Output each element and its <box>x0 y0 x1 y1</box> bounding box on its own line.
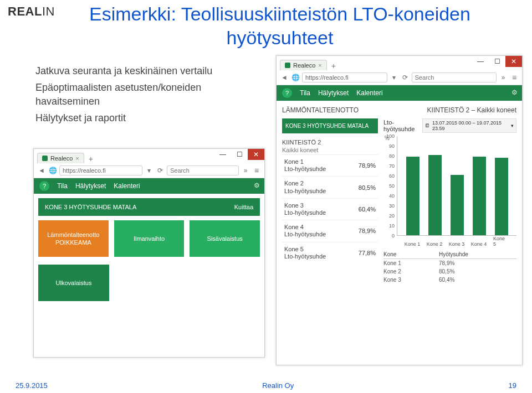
y-tick: 60 <box>389 173 395 179</box>
dropdown-icon[interactable]: ▾ <box>390 73 398 82</box>
list-item[interactable]: Kone 4Lto-hyötysuhde78,9% <box>282 220 378 241</box>
tile-label: Sisävalaistus <box>207 235 243 242</box>
more-icon[interactable]: » <box>499 73 508 82</box>
tab-label: Realeco <box>293 62 315 69</box>
globe-icon: 🌐 <box>291 73 300 82</box>
bar-chart: % 0102030405060708090100 Kone 1Kone 2Kon… <box>383 136 516 247</box>
group-sub: Kaikki koneet <box>282 147 378 154</box>
y-tick: 90 <box>389 143 395 149</box>
list-item[interactable]: Kone 1Lto-hyötysuhde78,9% <box>282 154 378 176</box>
reload-icon[interactable]: ⟳ <box>401 73 410 82</box>
y-tick: 20 <box>389 213 395 219</box>
tile-sisavalaistus[interactable]: Sisävalaistus <box>190 220 260 257</box>
summary-table: Kone Hyötysuhde Kone 178,9%Kone 280,5%Ko… <box>383 250 516 284</box>
x-tick: Kone 4 <box>471 241 487 247</box>
nav-tila[interactable]: Tila <box>57 182 68 190</box>
tile-row: Lämmöntalteenotto POIKKEAMA Ilmanvaihto … <box>34 220 264 257</box>
url-input[interactable] <box>302 73 387 82</box>
favicon-icon <box>42 156 48 161</box>
bullet-list: Jatkuva seuranta ja keskinäinen vertailu… <box>35 64 263 128</box>
x-tick: Kone 2 <box>427 241 443 247</box>
list-item[interactable]: Kone 3Lto-hyötysuhde60,4% <box>282 198 378 220</box>
new-tab-button[interactable]: + <box>331 61 336 70</box>
close-window-icon[interactable]: ✕ <box>505 56 522 67</box>
new-tab-button[interactable]: + <box>89 154 93 163</box>
maximize-icon[interactable]: ☐ <box>489 56 505 67</box>
chart-bar <box>495 158 508 235</box>
back-icon[interactable]: ◄ <box>280 73 289 82</box>
tile-ilmanvaihto[interactable]: Ilmanvaihto <box>114 220 185 257</box>
chart-title: Lto-hyötysuhde <box>383 119 422 132</box>
row-name: Kone 2Lto-hyötysuhde <box>284 180 326 194</box>
chart-bar <box>428 155 442 235</box>
menu-icon[interactable]: ≡ <box>252 166 261 175</box>
app-navbar: ? Tila Hälytykset Kalenteri ⚙ <box>277 85 522 101</box>
table-row: Kone 360,4% <box>383 276 516 284</box>
close-icon[interactable]: × <box>318 62 321 69</box>
tile-label: Lämmöntalteenotto <box>47 231 99 239</box>
chart-bar <box>406 157 420 235</box>
settings-icon[interactable]: ⚙ <box>254 182 260 189</box>
browser-tab[interactable]: Realeco × <box>37 153 84 163</box>
row-name: Kone 3Lto-hyötysuhde <box>284 202 326 216</box>
table-row: Kone 280,5% <box>383 267 516 276</box>
nav-tila[interactable]: Tila <box>300 89 310 97</box>
maximize-icon[interactable]: ☐ <box>231 149 248 160</box>
right-panel: Lto-hyötysuhde 🗓 13.07.2015 00.00 – 19.0… <box>383 118 516 378</box>
reload-icon[interactable]: ⟳ <box>156 166 165 175</box>
chevron-down-icon: ▾ <box>511 123 514 128</box>
alert-pill[interactable]: KONE 3 HYÖTYSUHDE MATALA <box>282 118 378 133</box>
browser-window-large: Realeco × + — ☐ ✕ ◄ 🌐 ▾ ⟳ » ≡ ? Tila Häl… <box>276 55 523 365</box>
window-titlebar: Realeco × + — ☐ ✕ <box>277 56 522 70</box>
bullet-item: Epäoptimaalisten asetusten/koneiden hava… <box>35 81 263 108</box>
back-icon[interactable]: ◄ <box>37 166 46 175</box>
address-bar: ◄ 🌐 ▾ ⟳ » ≡ <box>277 70 522 85</box>
ack-button[interactable]: Kuittaa <box>234 204 253 210</box>
url-input[interactable] <box>59 166 142 175</box>
x-tick: Kone 5 <box>493 236 509 247</box>
address-bar: ◄ 🌐 ▾ ⟳ » ≡ <box>34 163 264 178</box>
left-panel: KONE 3 HYÖTYSUHDE MATALA KIINTEISTÖ 2 Ka… <box>282 118 378 378</box>
browser-tab[interactable]: Realeco × <box>280 60 327 70</box>
search-input[interactable] <box>167 166 239 175</box>
nav-kalenteri[interactable]: Kalenteri <box>356 89 382 97</box>
row-value: 78,9% <box>359 162 376 169</box>
y-tick: 80 <box>389 153 395 159</box>
alert-banner: KONE 3 HYÖTYSUHDE MATALA Kuittaa <box>38 198 260 216</box>
list-item[interactable]: Kone 5Lto-hyötysuhde77,8% <box>282 242 378 263</box>
slide-footer: 25.9.2015 Realin Oy 19 <box>0 381 532 390</box>
date-range-picker[interactable]: 🗓 13.07.2015 00.00 – 19.07.2015 23.59 ▾ <box>422 118 516 133</box>
settings-icon[interactable]: ⚙ <box>511 89 518 96</box>
more-icon[interactable]: » <box>241 166 250 175</box>
chart-bar <box>451 175 464 235</box>
window-titlebar: Realeco × + — ☐ ✕ <box>34 149 264 163</box>
y-tick: 70 <box>389 163 395 169</box>
list-item[interactable]: Kone 2Lto-hyötysuhde80,5% <box>282 176 378 198</box>
y-tick: 0 <box>392 233 395 239</box>
footer-center: Realin Oy <box>262 381 294 390</box>
close-window-icon[interactable]: ✕ <box>248 149 264 160</box>
row-value: 80,5% <box>359 184 376 191</box>
tile-label: Ilmanvaihto <box>134 235 165 242</box>
tile-ulkovalaistus[interactable]: Ulkovalaistus <box>38 265 109 301</box>
nav-halytykset[interactable]: Hälytykset <box>318 89 349 97</box>
alert-text: KONE 3 HYÖTYSUHDE MATALA <box>45 204 136 210</box>
close-icon[interactable]: × <box>75 155 79 162</box>
row-value: 60,4% <box>359 206 376 213</box>
calendar-icon: 🗓 <box>425 123 430 128</box>
table-row: Kone 178,9% <box>383 259 516 267</box>
y-tick: 30 <box>389 203 395 209</box>
search-input[interactable] <box>412 73 497 82</box>
minimize-icon[interactable]: — <box>214 149 231 160</box>
col-header: Kone <box>383 251 417 257</box>
nav-halytykset[interactable]: Hälytykset <box>75 182 106 190</box>
bullet-item: Jatkuva seuranta ja keskinäinen vertailu <box>35 64 263 77</box>
nav-kalenteri[interactable]: Kalenteri <box>114 182 140 190</box>
minimize-icon[interactable]: — <box>472 56 489 67</box>
x-tick: Kone 3 <box>449 241 465 247</box>
menu-icon[interactable]: ≡ <box>510 73 519 82</box>
tile-lto[interactable]: Lämmöntalteenotto POIKKEAMA <box>38 220 109 257</box>
dropdown-icon[interactable]: ▾ <box>145 166 154 175</box>
row-value: 78,9% <box>359 227 376 234</box>
section-heading: LÄMMÖNTALTEENOTTO <box>282 106 359 114</box>
